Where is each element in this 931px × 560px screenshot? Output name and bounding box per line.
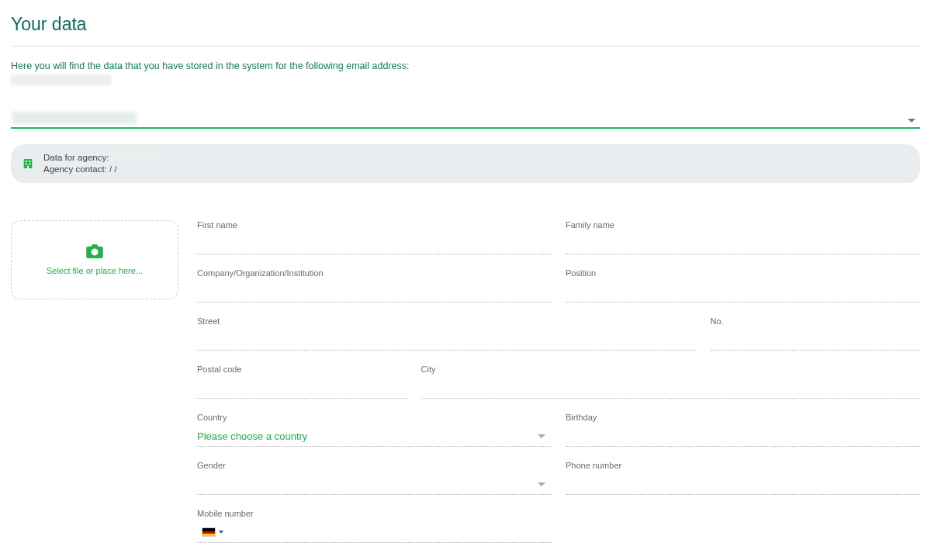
city-input[interactable] [421,379,920,399]
first-name-input[interactable] [197,234,552,254]
gender-label: Gender [197,461,552,470]
birthday-label: Birthday [566,413,920,422]
agency-data-label: Data for agency: [43,153,109,162]
mobile-label: Mobile number [197,509,552,518]
building-icon [22,157,34,170]
svg-rect-3 [26,163,27,164]
camera-icon [86,244,103,258]
country-label: Country [197,413,552,422]
redacted-email [11,74,112,85]
first-name-label: First name [197,220,552,230]
redacted-agency-name [12,112,137,124]
no-label: No. [710,316,920,326]
position-input[interactable] [566,282,920,302]
svg-rect-5 [27,166,29,168]
phone-input[interactable] [566,475,920,495]
no-input[interactable] [710,330,920,351]
street-label: Street [197,316,696,326]
page-title: Your data [11,0,920,46]
country-placeholder: Please choose a country [197,430,307,442]
agency-info-text: Data for agency: Agency contact: / / [43,152,161,175]
svg-rect-4 [29,163,30,164]
redacted-agency-value [112,154,161,162]
agency-dropdown[interactable] [11,110,920,129]
position-label: Position [566,268,920,278]
country-select[interactable]: Please choose a country [197,427,552,447]
company-input[interactable] [197,282,552,302]
agency-contact-label: Agency contact: / / [43,164,161,175]
company-label: Company/Organization/Institution [197,268,552,278]
chevron-down-icon [908,119,915,123]
chevron-down-icon [219,531,223,534]
photo-upload-dropzone[interactable]: Select file or place here... [11,220,178,299]
postal-code-label: Postal code [197,365,407,374]
family-name-input[interactable] [566,234,920,254]
birthday-input[interactable] [566,427,920,447]
city-label: City [421,365,920,374]
chevron-down-icon [538,434,545,438]
intro-text: Here you will find the data that you hav… [11,60,920,71]
phone-label: Phone number [566,461,920,470]
svg-rect-1 [26,161,27,162]
postal-code-input[interactable] [197,379,407,399]
flag-de-icon [202,527,216,537]
chevron-down-icon [538,482,545,486]
upload-label: Select file or place here... [47,266,143,275]
family-name-label: Family name [566,220,920,230]
agency-info-box: Data for agency: Agency contact: / / [11,144,920,183]
mobile-country-select[interactable] [197,523,552,543]
svg-rect-2 [29,161,30,162]
street-input[interactable] [197,330,696,351]
divider [11,46,920,47]
gender-select[interactable] [197,475,552,495]
